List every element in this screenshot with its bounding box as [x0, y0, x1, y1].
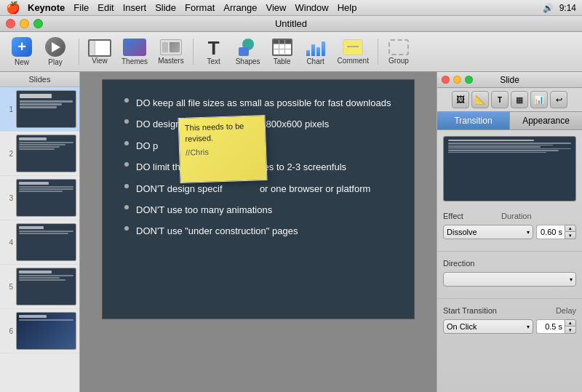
direction-select[interactable]: ▾: [443, 272, 576, 287]
tab-appearance[interactable]: Appearance: [510, 112, 582, 129]
duration-up[interactable]: ▴: [565, 225, 576, 232]
start-select[interactable]: On Click ▾: [443, 319, 533, 334]
sticky-note[interactable]: This needs to be revised. //Chris: [178, 115, 267, 183]
menu-insert[interactable]: Insert: [123, 2, 147, 13]
duration-down[interactable]: ▾: [565, 232, 576, 239]
text-button[interactable]: T Text: [198, 34, 230, 69]
bullet-5: DON'T design specifically for or one bro…: [124, 180, 392, 197]
menu-view[interactable]: View: [266, 2, 287, 13]
effect-value: Dissolve: [447, 228, 477, 236]
delay-down[interactable]: ▾: [565, 327, 576, 334]
app-name[interactable]: Keynote: [28, 2, 65, 13]
maximize-button[interactable]: [33, 19, 43, 28]
inspector-minimize-button[interactable]: [453, 76, 461, 84]
slide-thumb-3[interactable]: 3: [0, 176, 79, 220]
shapes-button[interactable]: Shapes: [231, 34, 265, 69]
clock: 9:14: [559, 3, 576, 13]
table-icon: [272, 39, 292, 56]
shapes-icon: [237, 39, 259, 56]
volume-icon[interactable]: 🔊: [543, 3, 554, 13]
table-button[interactable]: Table: [266, 34, 298, 69]
delay-arrows: ▴ ▾: [565, 319, 576, 334]
menu-edit[interactable]: Edit: [97, 2, 113, 13]
group-label: Group: [388, 57, 409, 65]
close-button[interactable]: [6, 19, 15, 28]
slide-preview-4: [16, 223, 76, 261]
inspector-effect-section: Effect Duration Dissolve ▾ 0.60 s ▴ ▾: [437, 207, 582, 248]
inspector-panel: Slide 🖼 📐 T ▦ 📊 ↩ Transition Appearance: [436, 72, 582, 392]
effect-chevron: ▾: [527, 229, 530, 236]
effect-row: Effect Duration: [443, 212, 576, 220]
duration-stepper[interactable]: 0.60 s ▴ ▾: [536, 225, 576, 239]
menu-format[interactable]: Format: [185, 2, 215, 13]
masters-button[interactable]: Masters: [154, 34, 188, 69]
view-button[interactable]: View: [84, 34, 116, 69]
bullet-1: DO keep all file sizes as small as possi…: [124, 95, 392, 111]
play-button[interactable]: Play: [39, 34, 71, 69]
slide-num-1: 1: [3, 105, 13, 113]
start-chevron: ▾: [527, 324, 530, 330]
inspector-icon-bar: 🖼 📐 T ▦ 📊 ↩: [437, 88, 582, 112]
menu-window[interactable]: Window: [295, 2, 328, 13]
window-title: Untitled: [275, 18, 307, 29]
menu-arrange[interactable]: Arrange: [223, 2, 257, 13]
inspector-title: Slide: [500, 75, 519, 85]
slide-preview-1: [16, 90, 76, 128]
apple-menu[interactable]: 🍎: [6, 1, 20, 15]
comment-button[interactable]: Comment: [333, 34, 373, 69]
slide-thumb-4[interactable]: 4: [0, 220, 79, 265]
tab-transition[interactable]: Transition: [437, 112, 510, 129]
slide-thumb-1[interactable]: 1: [0, 87, 79, 132]
delay-stepper[interactable]: 0.5 s ▴ ▾: [536, 319, 576, 334]
table-label: Table: [274, 57, 291, 65]
menu-help[interactable]: Help: [338, 2, 357, 13]
start-label: Start Transition: [443, 306, 501, 315]
inspector-window-controls: [442, 76, 473, 84]
themes-icon: [123, 39, 146, 56]
inspector-preview-content: [444, 137, 575, 156]
inspector-icon-3[interactable]: T: [491, 91, 509, 108]
bullet-6: DON'T use too many animations: [124, 201, 392, 218]
delay-up[interactable]: ▴: [565, 319, 576, 327]
effect-controls-row: Dissolve ▾ 0.60 s ▴ ▾: [443, 225, 576, 239]
inspector-icon-4[interactable]: ▦: [511, 91, 528, 108]
minimize-button[interactable]: [20, 19, 29, 28]
text-label: Text: [207, 57, 220, 65]
canvas-area: DO keep all file sizes as small as possi…: [80, 72, 436, 392]
masters-icon: [160, 39, 182, 55]
slide-num-6: 6: [3, 327, 13, 335]
titlebar: Untitled: [0, 16, 582, 32]
effect-select[interactable]: Dissolve ▾: [443, 225, 533, 239]
slide-thumb-5[interactable]: 5: [0, 265, 79, 309]
inspector-maximize-button[interactable]: [465, 76, 473, 84]
new-icon: +: [12, 37, 32, 57]
chart-button[interactable]: Chart: [300, 34, 332, 69]
themes-button[interactable]: Themes: [117, 34, 152, 69]
main-layout: Slides 1 2: [0, 72, 582, 392]
new-label: New: [15, 58, 29, 66]
view-icon: [88, 39, 111, 57]
inspector-icon-5[interactable]: 📊: [530, 91, 548, 108]
view-label: View: [92, 57, 108, 65]
start-header-row: Start Transition Delay: [443, 306, 576, 315]
slide-preview-3: [16, 179, 76, 217]
inspector-icon-1[interactable]: 🖼: [452, 91, 469, 108]
new-button[interactable]: + New: [6, 34, 38, 69]
duration-value: 0.60 s: [536, 225, 565, 239]
comment-label: Comment: [338, 57, 369, 65]
slide-canvas[interactable]: DO keep all file sizes as small as possi…: [102, 79, 415, 319]
chart-icon: [306, 39, 325, 56]
inspector-icon-2[interactable]: 📐: [471, 91, 489, 108]
menu-slide[interactable]: Slide: [155, 2, 176, 13]
menubar: 🍎 Keynote File Edit Insert Slide Format …: [0, 0, 582, 16]
themes-label: Themes: [121, 57, 148, 65]
inspector-direction-section: Direction ▾: [437, 255, 582, 295]
inspector-icon-6[interactable]: ↩: [550, 91, 567, 108]
inspector-close-button[interactable]: [442, 76, 450, 84]
menu-file[interactable]: File: [73, 2, 89, 13]
slide-thumb-6[interactable]: 6: [0, 309, 79, 353]
slides-panel: Slides 1 2: [0, 72, 80, 392]
start-controls-row: On Click ▾ 0.5 s ▴ ▾: [443, 319, 576, 334]
group-button[interactable]: Group: [383, 34, 415, 69]
slide-thumb-2[interactable]: 2: [0, 132, 79, 176]
